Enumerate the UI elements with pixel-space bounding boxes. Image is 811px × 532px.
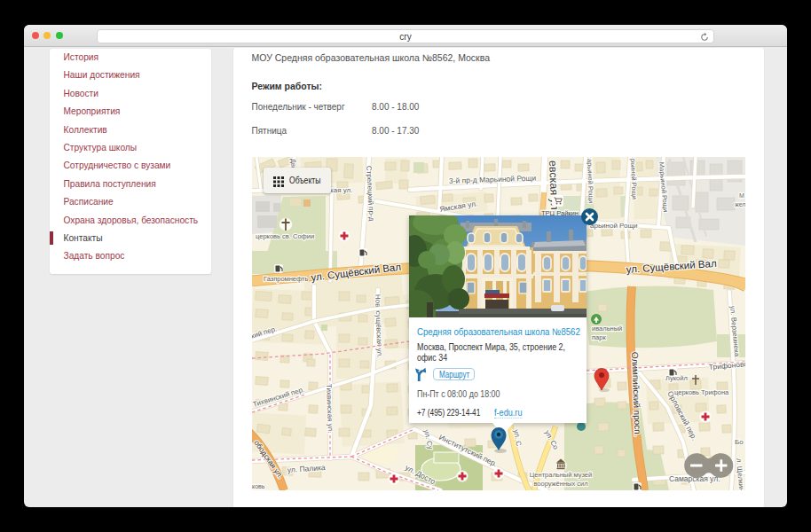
svg-text:кая ул.: кая ул.: [330, 186, 352, 194]
svg-text:жел: жел: [735, 201, 745, 207]
svg-text:Центральный музей: Центральный музей: [530, 471, 592, 479]
svg-text:вооружённых сил: вооружённых сил: [533, 480, 587, 488]
svg-text:ивальный: ивальный: [592, 325, 622, 332]
svg-text:арьиной Рощи: арьиной Рощи: [586, 159, 595, 204]
svg-text:церковь св. Софии: церковь св. Софии: [256, 232, 314, 240]
svg-text:Бо: Бо: [735, 438, 744, 446]
svg-text:ковь: ковь: [252, 483, 265, 489]
svg-text:церковь Трифона: церковь Трифона: [674, 388, 729, 396]
svg-text:рьиной Рощи: рьиной Рощи: [629, 159, 639, 200]
svg-text:Газпромнефть: Газпромнефть: [264, 275, 308, 283]
svg-text:парк: парк: [592, 333, 606, 341]
svg-text:М: М: [739, 192, 744, 199]
